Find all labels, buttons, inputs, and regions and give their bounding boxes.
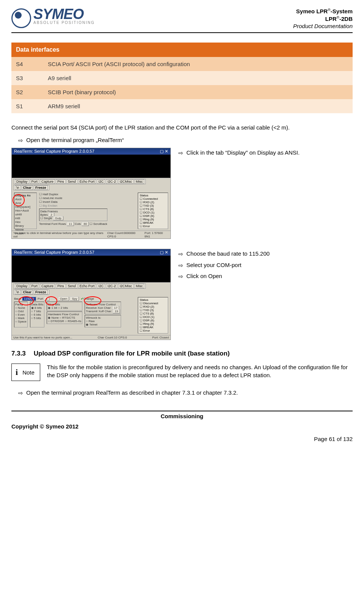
note-box: i Note xyxy=(11,364,40,381)
step-item: ⇨ Open the terminal program RealTerm as … xyxy=(18,389,353,397)
step-item: ⇨ Select your COM-port xyxy=(178,262,353,269)
info-icon: i xyxy=(16,367,18,377)
terminal-area xyxy=(12,155,170,178)
note-text: This file for the mobile station is prec… xyxy=(47,364,353,381)
table-row: S3A9 seriell xyxy=(11,71,353,85)
step-item: ⇨ Click in the tab “Display” on Display … xyxy=(178,149,353,157)
arrow-icon: ⇨ xyxy=(178,149,183,157)
step-item: ⇨ Click on Open xyxy=(178,273,353,280)
arrow-icon: ⇨ xyxy=(178,262,183,269)
table-row: S1ARM9 seriell xyxy=(11,99,353,113)
logo: SYMEO ABSOLUTE POSITIONING xyxy=(11,8,95,28)
arrow-icon: ⇨ xyxy=(178,250,183,258)
header-doc-title: Symeo LPR®-System LPR®-2DB Product Docum… xyxy=(293,8,353,30)
terminal-area xyxy=(12,256,170,282)
copyright: Copyright © Symeo 2012 xyxy=(11,423,353,430)
logo-subtitle: ABSOLUTE POSITIONING xyxy=(33,21,95,25)
realterm-screenshot-port: RealTerm: Serial Capture Program 2.0.0.5… xyxy=(11,249,171,340)
footer-section: Commissioning xyxy=(11,411,353,419)
section-heading: 7.3.3 Upload DSP configuration file for … xyxy=(11,350,353,357)
arrow-icon: ⇨ xyxy=(18,137,23,144)
step-item: ⇨ Open the terminal program „RealTerm“ xyxy=(18,137,353,144)
logo-text: SYMEO xyxy=(33,8,95,21)
realterm-screenshot-display: RealTerm: Serial Capture Program 2.0.0.5… xyxy=(11,148,171,239)
window-controls-icon: ▢ ✕ xyxy=(160,250,168,255)
table-row: S4SCIA Port/ ASCII Port (ASCII protocol)… xyxy=(11,57,353,71)
logo-icon xyxy=(11,8,31,28)
page-header: SYMEO ABSOLUTE POSITIONING Symeo LPR®-Sy… xyxy=(11,8,353,33)
page-number: Page 61 of 132 xyxy=(11,436,353,442)
table-header: Data interfaces xyxy=(11,43,353,57)
window-controls-icon: ▢ ✕ xyxy=(160,149,168,154)
arrow-icon: ⇨ xyxy=(18,389,23,397)
paragraph: Connect the serial port S4 (SCIA port) o… xyxy=(11,124,353,131)
data-interfaces-table: Data interfaces S4SCIA Port/ ASCII Port … xyxy=(11,43,353,113)
table-row: S2SCIB Port (binary protocol) xyxy=(11,85,353,99)
arrow-icon: ⇨ xyxy=(178,273,183,280)
step-item: ⇨ Choose the baud rate to 115.200 xyxy=(178,250,353,258)
